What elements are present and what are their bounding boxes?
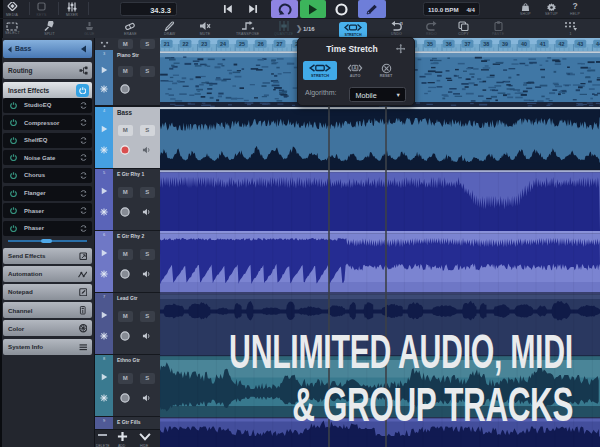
svg-text:39: 39 <box>502 41 508 47</box>
svg-text:40: 40 <box>521 41 527 47</box>
svg-text:37: 37 <box>465 41 471 47</box>
svg-text:23: 23 <box>201 41 207 47</box>
svg-text:38: 38 <box>483 41 489 47</box>
svg-text:24: 24 <box>220 41 226 47</box>
svg-text:21: 21 <box>164 41 170 47</box>
svg-text:22: 22 <box>183 41 189 47</box>
svg-text:27: 27 <box>277 41 283 47</box>
svg-text:26: 26 <box>258 41 264 47</box>
svg-text:A: A <box>353 66 357 71</box>
svg-text:43: 43 <box>577 41 583 47</box>
svg-text:44: 44 <box>596 41 600 47</box>
svg-text:n: n <box>400 21 403 26</box>
svg-text:36: 36 <box>446 41 452 47</box>
svg-text:42: 42 <box>559 41 565 47</box>
svg-text:35: 35 <box>427 41 433 47</box>
svg-text:41: 41 <box>540 41 546 47</box>
svg-text:25: 25 <box>239 41 245 47</box>
